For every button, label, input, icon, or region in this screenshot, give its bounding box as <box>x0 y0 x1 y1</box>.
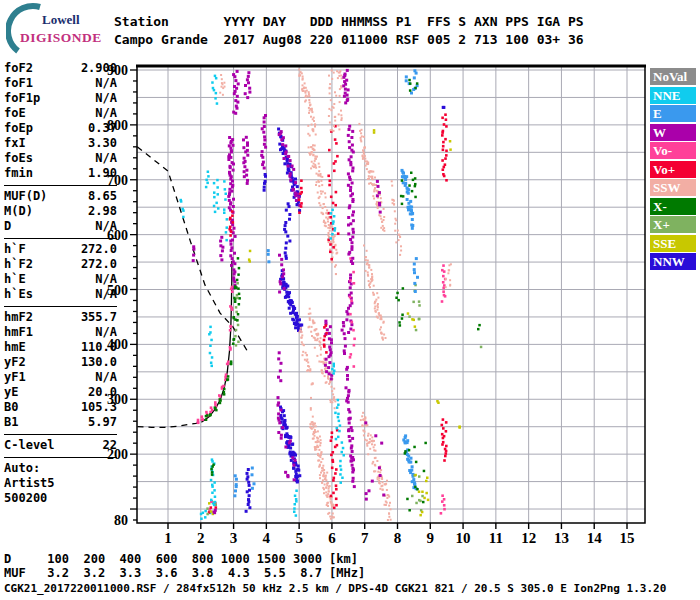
svg-text:11: 11 <box>489 530 503 546</box>
legend-item-nnw: NNW <box>650 253 696 270</box>
muf-row: MUF 3.2 3.2 3.3 3.6 3.8 4.3 5.5 8.7 [MHz… <box>4 566 365 580</box>
legend-item-vo: Vo+ <box>650 161 696 178</box>
svg-text:800: 800 <box>107 118 128 133</box>
svg-text:5: 5 <box>295 530 303 546</box>
ionogram-page: Lowell DIGISONDE Station YYYY DAY DDD HH… <box>0 0 700 600</box>
legend-item-sse: SSE <box>650 235 696 252</box>
svg-text:9: 9 <box>427 530 435 546</box>
svg-text:300: 300 <box>107 392 128 407</box>
svg-text:7: 7 <box>361 530 369 546</box>
svg-text:13: 13 <box>554 530 569 546</box>
svg-text:12: 12 <box>521 530 536 546</box>
svg-text:10: 10 <box>456 530 471 546</box>
svg-text:6: 6 <box>328 530 336 546</box>
svg-text:900: 900 <box>107 63 128 78</box>
svg-text:15: 15 <box>620 530 635 546</box>
svg-text:500: 500 <box>107 283 128 298</box>
legend-item-nne: NNE <box>650 87 696 104</box>
svg-text:14: 14 <box>587 530 603 546</box>
svg-text:1: 1 <box>164 530 172 546</box>
svg-text:400: 400 <box>107 337 128 352</box>
legend-item-noval: NoVal <box>650 68 696 85</box>
legend-item-x: X- <box>650 198 696 215</box>
ionogram-plot: 9008007006005004003002008012345678910111… <box>0 0 700 600</box>
svg-text:200: 200 <box>107 447 128 462</box>
legend-item-vo: Vo- <box>650 142 696 159</box>
svg-text:2: 2 <box>197 530 205 546</box>
legend-item-e: E <box>650 105 696 122</box>
svg-text:80: 80 <box>114 513 128 528</box>
legend-item-x: X+ <box>650 216 696 233</box>
legend-item-ssw: SSW <box>650 179 696 196</box>
legend-item-w: W <box>650 124 696 141</box>
svg-text:3: 3 <box>230 530 238 546</box>
svg-text:8: 8 <box>394 530 402 546</box>
svg-text:4: 4 <box>263 530 271 546</box>
file-info-line: CGK21_2017220011000.RSF / 284fx512h 50 k… <box>4 582 666 595</box>
distance-row: D 100 200 400 600 800 1000 1500 3000 [km… <box>4 552 358 566</box>
svg-text:600: 600 <box>107 228 128 243</box>
velocity-direction-legend: NoValNNEEWVo-Vo+SSWX-X+SSENNW <box>650 68 697 272</box>
svg-text:700: 700 <box>107 173 128 188</box>
